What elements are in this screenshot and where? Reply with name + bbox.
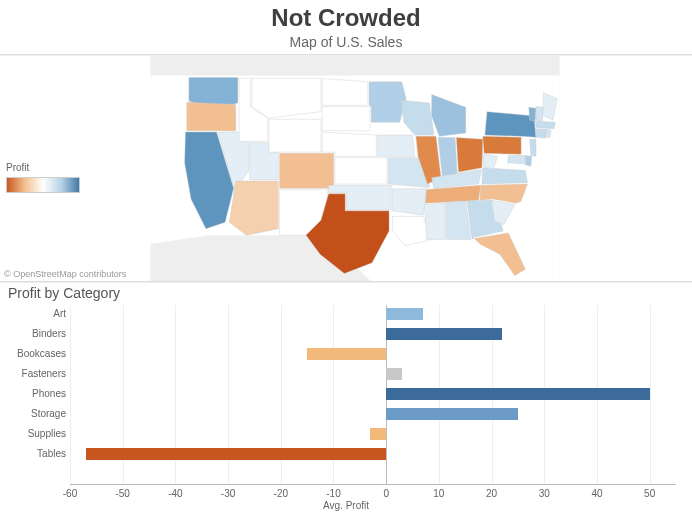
- state-mt: [252, 78, 321, 118]
- tick-label: -60: [63, 488, 77, 499]
- bar-row: Storage: [70, 405, 676, 423]
- state-az: [229, 181, 278, 235]
- bar-row: Art: [70, 305, 676, 323]
- state-oh: [456, 138, 482, 173]
- legend-title: Profit: [6, 162, 80, 173]
- tick-label: 0: [383, 488, 389, 499]
- state-ri: [547, 130, 551, 138]
- tick-label: -20: [274, 488, 288, 499]
- bar: [386, 328, 502, 340]
- bar: [370, 428, 386, 440]
- tick-label: 50: [644, 488, 655, 499]
- bar: [386, 368, 402, 380]
- state-pa: [483, 136, 521, 154]
- bar-row: Tables: [70, 445, 676, 463]
- category-label: Tables: [6, 445, 66, 463]
- category-label: Phones: [6, 385, 66, 403]
- category-label: Supplies: [6, 425, 66, 443]
- state-sd: [322, 107, 370, 131]
- state-or: [187, 102, 236, 131]
- bar: [386, 408, 518, 420]
- state-ct: [535, 129, 547, 138]
- state-ms: [424, 203, 444, 239]
- category-label: Binders: [6, 325, 66, 343]
- state-nj: [530, 139, 536, 156]
- map-legend: Profit: [6, 162, 80, 193]
- tick-label: 10: [433, 488, 444, 499]
- map-attribution: © OpenStreetMap contributors: [4, 269, 126, 279]
- map-panel: Profit UnitedStates © OpenStreetMap cont…: [0, 56, 692, 281]
- category-label: Storage: [6, 405, 66, 423]
- state-de: [525, 156, 531, 167]
- bar: [307, 348, 386, 360]
- category-label: Bookcases: [6, 345, 66, 363]
- bar: [386, 388, 649, 400]
- state-ia: [378, 135, 415, 156]
- state-co: [280, 153, 334, 188]
- tick-label: 40: [591, 488, 602, 499]
- state-ks: [335, 158, 387, 184]
- bar-row: Bookcases: [70, 345, 676, 363]
- state-va: [482, 168, 528, 184]
- chart-title: Not Crowded: [0, 4, 692, 32]
- bar-plot: -60-50-40-30-20-1001020304050ArtBindersB…: [6, 303, 686, 513]
- legend-gradient: [6, 177, 80, 193]
- bar: [386, 308, 423, 320]
- tick-label: 20: [486, 488, 497, 499]
- state-ny: [485, 112, 536, 138]
- tick-label: -50: [115, 488, 129, 499]
- tick-label: 30: [539, 488, 550, 499]
- tick-label: -40: [168, 488, 182, 499]
- us-map: [145, 56, 565, 281]
- state-nh: [536, 107, 543, 121]
- tick-label: -30: [221, 488, 235, 499]
- bar-row: Fasteners: [70, 365, 676, 383]
- state-wy: [269, 119, 321, 152]
- state-md: [507, 156, 525, 165]
- bar-row: Phones: [70, 385, 676, 403]
- state-ar: [392, 189, 426, 215]
- category-label: Art: [6, 305, 66, 323]
- bar: [86, 448, 386, 460]
- bar-row: Supplies: [70, 425, 676, 443]
- state-ma: [535, 121, 555, 129]
- x-axis-label: Avg. Profit: [323, 500, 369, 511]
- state-nd: [322, 78, 368, 105]
- state-vt: [529, 107, 536, 121]
- tick-label: -10: [326, 488, 340, 499]
- bar-chart-title: Profit by Category: [8, 285, 686, 301]
- bar-row: Binders: [70, 325, 676, 343]
- state-mn: [369, 82, 406, 122]
- category-label: Fasteners: [6, 365, 66, 383]
- chart-subtitle: Map of U.S. Sales: [0, 34, 692, 50]
- bar-panel: Profit by Category -60-50-40-30-20-10010…: [0, 283, 692, 519]
